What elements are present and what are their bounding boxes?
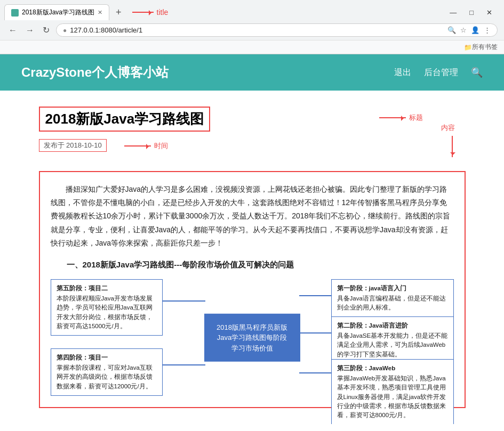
forward-button[interactable]: →: [23, 25, 36, 36]
article-content-box: 播妞深知广大爱好Java的人学习是多么困难，没视频没资源，上网花钱还老担心被骗。…: [39, 171, 466, 408]
url-actions: 🔍 ☆ 👤 ⋮: [447, 26, 491, 34]
admin-link[interactable]: 后台管理: [424, 67, 458, 78]
tab-favicon: [11, 9, 19, 17]
minimize-button[interactable]: —: [446, 7, 460, 18]
stage5-title: 第五阶段：项目二: [57, 284, 157, 293]
stage5-box: 第五阶段：项目二 本阶段课程顺应Java开发市场发展趋势，学员可轻松应用Java…: [51, 279, 163, 336]
maximize-button[interactable]: □: [466, 7, 477, 18]
browser-chrome: 2018新版Java学习路线图 ✕ + title — □ ✕ ← → ↻ ● …: [0, 0, 504, 54]
learning-diagram: 第一阶段：java语言入门 具备Java语言编程基础，但是还不能达到企业的用人标…: [51, 279, 454, 396]
bookmarks-folder-icon: 📁: [464, 44, 472, 51]
article-wrapper: 2018新版Java学习路线图 标题 发布于 2018-10-10 时间: [23, 107, 482, 408]
tab-close-button[interactable]: ✕: [98, 9, 102, 16]
content-annotation-wrapper: 内容: [441, 123, 455, 157]
stage3-desc: 掌握JavaWeb开发基础知识，熟悉Java基本开发环境，熟悉项目管理工具使用及…: [337, 375, 446, 418]
site-title: CrazyStone个人博客小站: [21, 64, 394, 81]
stage3-title: 第三阶段：JavaWeb: [337, 364, 448, 373]
stage2-title: 第二阶段：Java语言进阶: [337, 321, 448, 330]
connector-left-bottom: [163, 364, 205, 365]
date-annotation-wrapper: 时间: [124, 141, 168, 151]
connector-right-mid: [299, 332, 331, 334]
site-nav: 退出 后台管理 🔍: [394, 67, 483, 78]
window-controls: — □ ✕: [446, 7, 500, 18]
account-icon[interactable]: 👤: [471, 26, 479, 34]
url-text: 127.0.0.1:8080/article/1: [70, 26, 444, 34]
title-annotation-wrapper: 标题: [379, 113, 423, 123]
annotation-title-label: title: [157, 8, 169, 17]
title-annotation: title: [132, 8, 169, 17]
address-bar: ← → ↻ ● 127.0.0.1:8080/article/1 🔍 ☆ 👤 ⋮: [0, 20, 504, 40]
close-button[interactable]: ✕: [483, 7, 495, 18]
article-title: 2018新版Java学习路线图: [39, 107, 211, 132]
content-annotation-label: 内容: [441, 123, 455, 133]
connector-right-top: [299, 295, 331, 296]
stage1-box: 第一阶段：java语言入门 具备Java语言编程基础，但是还不能达到企业的用人标…: [331, 279, 454, 318]
bookmark-url-icon[interactable]: ☆: [460, 26, 467, 34]
date-arrow: [124, 145, 151, 147]
back-button[interactable]: ←: [6, 25, 19, 36]
connector-right-bottom: [299, 372, 331, 373]
stage3-box: 第三阶段：JavaWeb 掌握JavaWeb开发基础知识，熟悉Java基本开发环…: [331, 359, 454, 424]
section1-title: 一、2018新版Java学习路线图---每阶段市场价值及可解决的问题: [51, 257, 454, 272]
stage4-desc: 掌握本阶段课程，可应对Java互联网开发的高级岗位，根据市场反馈数据来看，薪资可…: [57, 364, 153, 389]
menu-icon[interactable]: ⋮: [484, 26, 491, 34]
center-box: 2018版黑马程序员新版Java学习路线图每阶段学习市场价值: [204, 314, 300, 362]
website: CrazyStone个人博客小站 退出 后台管理 🔍 2018新版Java学习路…: [0, 54, 504, 408]
stage1-desc: 具备Java语言编程基础，但是还不能达到企业的用人标准。: [337, 295, 446, 311]
bookmarks-bar: 📁 所有书签: [0, 40, 504, 54]
connector-left-top: [163, 300, 205, 302]
stage4-box: 第四阶段：项目一 掌握本阶段课程，可应对Java互联网开发的高级岗位，根据市场反…: [51, 348, 163, 396]
annotation-arrow: [132, 12, 154, 13]
title-annotation-label: 标题: [409, 113, 423, 123]
title-section: 2018新版Java学习路线图 标题: [39, 107, 466, 136]
new-tab-button[interactable]: +: [111, 7, 126, 18]
stage2-box: 第二阶段：Java语言进阶 具备JavaSE基本开发能力，但是还不能满足企业用人…: [331, 316, 454, 364]
search-icon[interactable]: 🔍: [471, 67, 483, 78]
date-annotation-label: 时间: [154, 141, 168, 151]
tab-bar: 2018新版Java学习路线图 ✕ + title — □ ✕: [0, 0, 504, 20]
bookmarks-label: 所有书签: [472, 43, 498, 52]
active-tab[interactable]: 2018新版Java学习路线图 ✕: [4, 4, 109, 20]
lock-icon: ●: [63, 27, 67, 34]
article-intro: 播妞深知广大爱好Java的人学习是多么困难，没视频没资源，上网花钱还老担心被骗。…: [51, 183, 454, 250]
tab-title: 2018新版Java学习路线图: [22, 8, 94, 17]
article-title-block: 2018新版Java学习路线图: [39, 107, 211, 132]
article-date: 发布于 2018-10-10: [39, 139, 107, 152]
url-bar[interactable]: ● 127.0.0.1:8080/article/1 🔍 ☆ 👤 ⋮: [56, 23, 498, 37]
title-arrow: [379, 117, 406, 118]
search-url-icon[interactable]: 🔍: [447, 26, 456, 34]
date-section: 发布于 2018-10-10 时间 内容: [39, 139, 466, 160]
stage4-title: 第四阶段：项目一: [57, 353, 157, 362]
stage1-title: 第一阶段：java语言入门: [337, 284, 448, 293]
logout-link[interactable]: 退出: [394, 67, 411, 78]
stage2-desc: 具备JavaSE基本开发能力，但是还不能满足企业用人需求，可为后续JavaWeb…: [337, 332, 448, 357]
stage5-desc: 本阶段课程顺应Java开发市场发展趋势，学员可轻松应用Java互联网开发大部分岗…: [57, 295, 153, 329]
site-header: CrazyStone个人博客小站 退出 后台管理 🔍: [0, 54, 504, 91]
reload-button[interactable]: ↻: [41, 24, 52, 36]
